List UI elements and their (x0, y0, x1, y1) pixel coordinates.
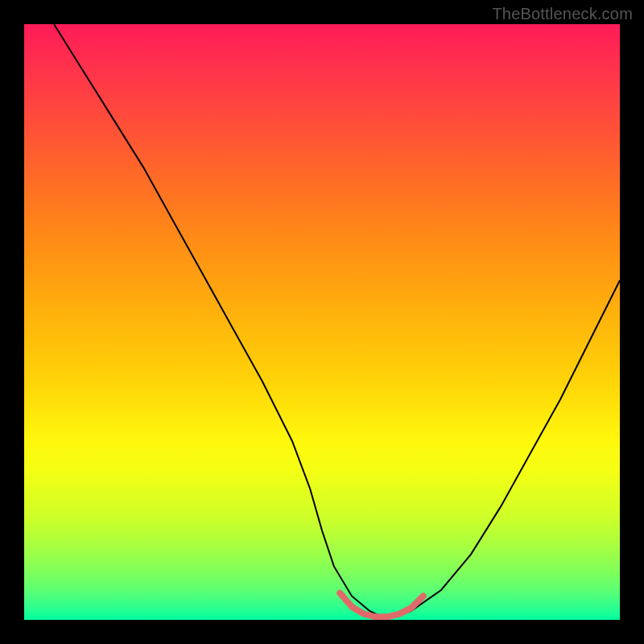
chart-frame: TheBottleneck.com (0, 0, 644, 644)
plot-area (24, 24, 620, 620)
curve-layer (24, 24, 620, 620)
watermark-text: TheBottleneck.com (492, 5, 633, 23)
bottleneck-curve (54, 24, 620, 617)
